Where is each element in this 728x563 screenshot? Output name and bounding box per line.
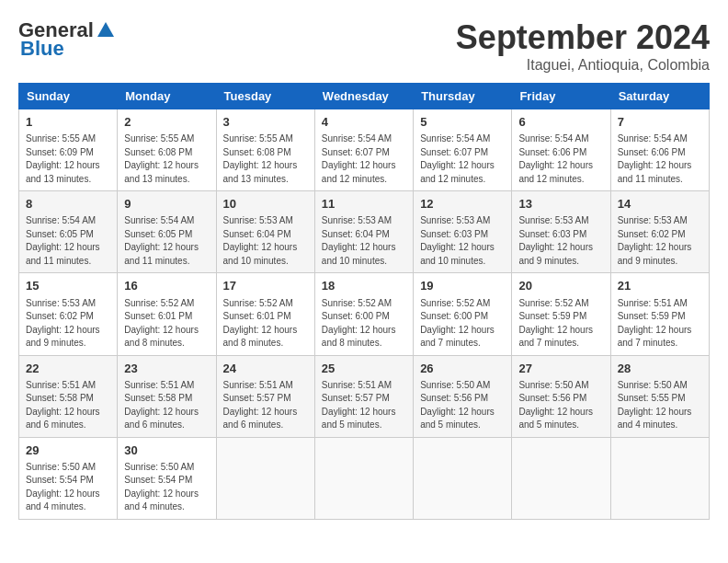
table-row: 28 Sunrise: 5:50 AM Sunset: 5:55 PM Dayl… [610, 355, 709, 437]
day-number: 10 [223, 196, 308, 213]
day-number: 17 [223, 278, 308, 294]
day-number: 30 [124, 442, 209, 459]
day-info: Sunrise: 5:54 AM Sunset: 6:05 PM Dayligh… [26, 214, 110, 268]
day-info: Sunrise: 5:51 AM Sunset: 5:59 PM Dayligh… [618, 297, 702, 350]
day-number: 26 [420, 361, 505, 377]
day-info: Sunrise: 5:51 AM Sunset: 5:57 PM Dayligh… [223, 379, 308, 432]
day-number: 8 [26, 196, 110, 213]
col-saturday: Saturday [610, 84, 709, 109]
table-row: 1 Sunrise: 5:55 AM Sunset: 6:09 PM Dayli… [19, 109, 118, 191]
table-row: 17 Sunrise: 5:52 AM Sunset: 6:01 PM Dayl… [216, 273, 314, 355]
calendar-week-row: 1 Sunrise: 5:55 AM Sunset: 6:09 PM Dayli… [19, 109, 710, 191]
day-number: 7 [618, 114, 702, 131]
day-number: 29 [26, 442, 110, 459]
table-row: 2 Sunrise: 5:55 AM Sunset: 6:08 PM Dayli… [118, 109, 216, 191]
table-row: 8 Sunrise: 5:54 AM Sunset: 6:05 PM Dayli… [19, 191, 118, 273]
col-thursday: Thursday [414, 84, 512, 109]
table-row [610, 437, 709, 519]
table-row: 22 Sunrise: 5:51 AM Sunset: 5:58 PM Dayl… [19, 355, 118, 437]
col-sunday: Sunday [19, 84, 118, 109]
header: General Blue September 2024 Itaguei, Ant… [18, 18, 710, 74]
day-number: 19 [420, 278, 505, 294]
day-info: Sunrise: 5:53 AM Sunset: 6:02 PM Dayligh… [618, 214, 702, 268]
day-info: Sunrise: 5:55 AM Sunset: 6:08 PM Dayligh… [223, 132, 308, 186]
day-number: 21 [618, 278, 702, 294]
table-row: 30 Sunrise: 5:50 AM Sunset: 5:54 PM Dayl… [118, 437, 216, 519]
table-row: 14 Sunrise: 5:53 AM Sunset: 6:02 PM Dayl… [610, 191, 709, 273]
day-info: Sunrise: 5:53 AM Sunset: 6:03 PM Dayligh… [420, 214, 505, 268]
svg-marker-0 [97, 22, 114, 37]
day-info: Sunrise: 5:50 AM Sunset: 5:54 PM Dayligh… [26, 461, 110, 514]
day-number: 22 [26, 361, 110, 377]
table-row: 7 Sunrise: 5:54 AM Sunset: 6:06 PM Dayli… [610, 109, 709, 191]
day-info: Sunrise: 5:53 AM Sunset: 6:04 PM Dayligh… [223, 214, 308, 268]
table-row: 21 Sunrise: 5:51 AM Sunset: 5:59 PM Dayl… [610, 273, 709, 355]
table-row: 13 Sunrise: 5:53 AM Sunset: 6:03 PM Dayl… [512, 191, 610, 273]
day-number: 16 [124, 278, 209, 294]
day-info: Sunrise: 5:54 AM Sunset: 6:07 PM Dayligh… [322, 132, 406, 186]
table-row: 10 Sunrise: 5:53 AM Sunset: 6:04 PM Dayl… [216, 191, 314, 273]
calendar-week-row: 29 Sunrise: 5:50 AM Sunset: 5:54 PM Dayl… [19, 437, 710, 519]
day-info: Sunrise: 5:52 AM Sunset: 6:00 PM Dayligh… [322, 297, 406, 350]
day-number: 5 [420, 114, 505, 131]
col-wednesday: Wednesday [314, 84, 413, 109]
title-section: September 2024 Itaguei, Antioquia, Colom… [456, 18, 710, 74]
day-number: 23 [124, 361, 209, 377]
day-info: Sunrise: 5:55 AM Sunset: 6:09 PM Dayligh… [26, 132, 110, 186]
logo-icon [96, 20, 116, 40]
table-row: 4 Sunrise: 5:54 AM Sunset: 6:07 PM Dayli… [314, 109, 413, 191]
calendar-week-row: 22 Sunrise: 5:51 AM Sunset: 5:58 PM Dayl… [19, 355, 710, 437]
day-number: 9 [124, 196, 209, 213]
day-number: 11 [322, 196, 406, 213]
day-number: 20 [518, 278, 603, 294]
table-row: 26 Sunrise: 5:50 AM Sunset: 5:56 PM Dayl… [414, 355, 512, 437]
day-info: Sunrise: 5:54 AM Sunset: 6:06 PM Dayligh… [518, 132, 603, 186]
day-number: 25 [322, 361, 406, 377]
day-number: 4 [322, 114, 406, 131]
table-row: 3 Sunrise: 5:55 AM Sunset: 6:08 PM Dayli… [216, 109, 314, 191]
table-row: 27 Sunrise: 5:50 AM Sunset: 5:56 PM Dayl… [512, 355, 610, 437]
calendar-week-row: 15 Sunrise: 5:53 AM Sunset: 6:02 PM Dayl… [19, 273, 710, 355]
day-info: Sunrise: 5:51 AM Sunset: 5:57 PM Dayligh… [322, 379, 406, 432]
day-number: 14 [618, 196, 702, 213]
logo: General Blue [18, 18, 116, 61]
day-info: Sunrise: 5:52 AM Sunset: 6:01 PM Dayligh… [124, 297, 209, 350]
table-row: 9 Sunrise: 5:54 AM Sunset: 6:05 PM Dayli… [118, 191, 216, 273]
day-info: Sunrise: 5:54 AM Sunset: 6:07 PM Dayligh… [420, 132, 505, 186]
day-info: Sunrise: 5:54 AM Sunset: 6:06 PM Dayligh… [618, 132, 702, 186]
month-title: September 2024 [456, 18, 710, 57]
calendar-table: Sunday Monday Tuesday Wednesday Thursday… [18, 83, 710, 520]
table-row: 5 Sunrise: 5:54 AM Sunset: 6:07 PM Dayli… [414, 109, 512, 191]
table-row: 23 Sunrise: 5:51 AM Sunset: 5:58 PM Dayl… [118, 355, 216, 437]
day-info: Sunrise: 5:50 AM Sunset: 5:56 PM Dayligh… [518, 379, 603, 432]
location-subtitle: Itaguei, Antioquia, Colombia [456, 57, 710, 74]
table-row: 15 Sunrise: 5:53 AM Sunset: 6:02 PM Dayl… [19, 273, 118, 355]
day-info: Sunrise: 5:51 AM Sunset: 5:58 PM Dayligh… [26, 379, 110, 432]
day-info: Sunrise: 5:50 AM Sunset: 5:55 PM Dayligh… [618, 379, 702, 432]
table-row: 29 Sunrise: 5:50 AM Sunset: 5:54 PM Dayl… [19, 437, 118, 519]
day-info: Sunrise: 5:53 AM Sunset: 6:04 PM Dayligh… [322, 214, 406, 268]
table-row [314, 437, 413, 519]
day-number: 1 [26, 114, 110, 131]
table-row [216, 437, 314, 519]
day-number: 3 [223, 114, 308, 131]
day-info: Sunrise: 5:52 AM Sunset: 6:00 PM Dayligh… [420, 297, 505, 350]
col-friday: Friday [512, 84, 610, 109]
col-tuesday: Tuesday [216, 84, 314, 109]
calendar-week-row: 8 Sunrise: 5:54 AM Sunset: 6:05 PM Dayli… [19, 191, 710, 273]
table-row [512, 437, 610, 519]
day-number: 2 [124, 114, 209, 131]
table-row: 24 Sunrise: 5:51 AM Sunset: 5:57 PM Dayl… [216, 355, 314, 437]
day-number: 6 [518, 114, 603, 131]
day-info: Sunrise: 5:50 AM Sunset: 5:56 PM Dayligh… [420, 379, 505, 432]
day-number: 27 [518, 361, 603, 377]
day-info: Sunrise: 5:51 AM Sunset: 5:58 PM Dayligh… [124, 379, 209, 432]
day-number: 12 [420, 196, 505, 213]
table-row: 6 Sunrise: 5:54 AM Sunset: 6:06 PM Dayli… [512, 109, 610, 191]
table-row [414, 437, 512, 519]
day-number: 24 [223, 361, 308, 377]
table-row: 20 Sunrise: 5:52 AM Sunset: 5:59 PM Dayl… [512, 273, 610, 355]
day-info: Sunrise: 5:50 AM Sunset: 5:54 PM Dayligh… [124, 461, 209, 514]
day-info: Sunrise: 5:53 AM Sunset: 6:02 PM Dayligh… [26, 297, 110, 350]
table-row: 12 Sunrise: 5:53 AM Sunset: 6:03 PM Dayl… [414, 191, 512, 273]
